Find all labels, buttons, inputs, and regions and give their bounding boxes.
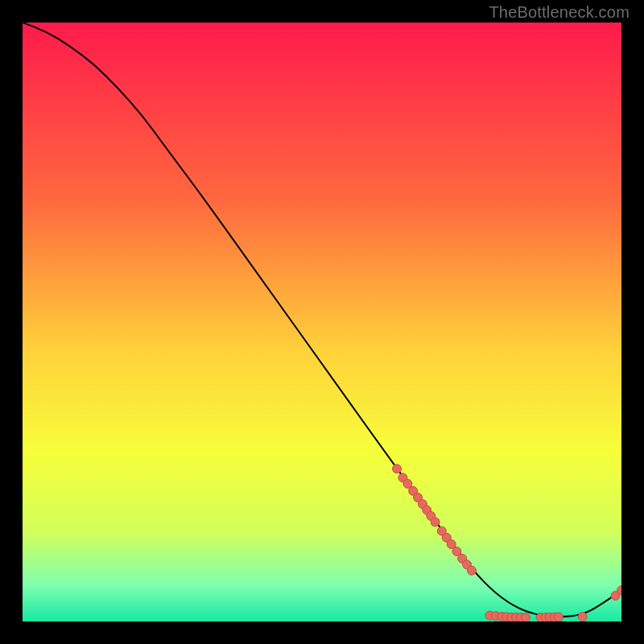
gradient-background <box>23 23 621 621</box>
data-point <box>554 613 563 621</box>
data-point <box>431 518 440 526</box>
data-point <box>521 613 530 621</box>
plot-area <box>23 23 621 621</box>
data-point <box>468 566 477 575</box>
data-point <box>578 613 587 621</box>
watermark-text: TheBottleneck.com <box>489 3 630 22</box>
data-point <box>393 464 402 473</box>
chart-svg <box>23 23 621 621</box>
chart-root: TheBottleneck.com <box>0 0 644 644</box>
